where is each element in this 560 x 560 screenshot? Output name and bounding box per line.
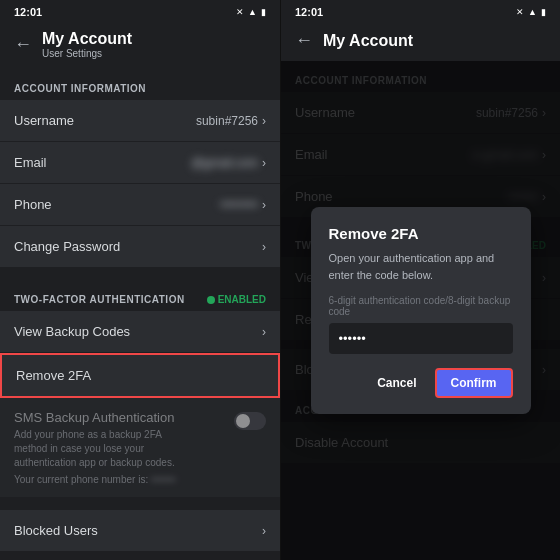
enabled-text-left: ENABLED: [218, 294, 266, 305]
username-value-left: subin#7256 ›: [196, 114, 266, 128]
sms-phone-left: Your current phone number is: •••••••: [14, 474, 194, 485]
remove-2fa-label-left: Remove 2FA: [16, 368, 91, 383]
sms-item-left: SMS Backup Authentication Add your phone…: [0, 398, 280, 498]
twofa-section-left: TWO-FACTOR AUTHENTICATION ENABLED: [0, 280, 280, 311]
status-time-left: 12:01: [14, 6, 42, 18]
view-backup-codes-left[interactable]: View Backup Codes ›: [0, 311, 280, 353]
phone-value-left: ••••••••• ›: [220, 198, 266, 212]
username-label-left: Username: [14, 113, 74, 128]
email-value-left: @gmail.com ›: [191, 156, 266, 170]
page-title-right: My Account: [323, 32, 413, 50]
status-bar-right: 12:01 ✕ ▲ ▮: [281, 0, 560, 22]
content-right: ACCOUNT INFORMATION Username subin#7256 …: [281, 61, 560, 560]
header-right: ← My Account: [281, 22, 560, 61]
wifi-icon-right: ▲: [528, 7, 537, 17]
back-button-left[interactable]: ←: [14, 34, 32, 55]
right-phone-panel: 12:01 ✕ ▲ ▮ ← My Account ACCOUNT INFORMA…: [280, 0, 560, 560]
username-text-left: subin#7256: [196, 114, 258, 128]
email-text-left: @gmail.com: [191, 156, 258, 170]
view-backup-label-left: View Backup Codes: [14, 324, 130, 339]
blocked-users-label-left: Blocked Users: [14, 523, 98, 538]
change-password-chevron-left: ›: [262, 240, 266, 254]
phone-text-left: •••••••••: [220, 198, 258, 212]
email-item-left[interactable]: Email @gmail.com ›: [0, 142, 280, 184]
view-backup-chevron-left: ›: [262, 325, 266, 339]
wifi-icon: ▲: [248, 7, 257, 17]
header-left: ← My Account User Settings: [0, 22, 280, 69]
sms-toggle-knob-left: [236, 414, 250, 428]
blocked-users-left[interactable]: Blocked Users ›: [0, 510, 280, 552]
dialog-buttons: Cancel Confirm: [329, 368, 513, 398]
sms-toggle-left[interactable]: [234, 412, 266, 430]
phone-item-left[interactable]: Phone ••••••••• ›: [0, 184, 280, 226]
username-item-left[interactable]: Username subin#7256 ›: [0, 100, 280, 142]
sms-text-block-left: SMS Backup Authentication Add your phone…: [14, 410, 194, 485]
twofa-label-left: TWO-FACTOR AUTHENTICATION: [14, 294, 185, 305]
back-button-right[interactable]: ←: [295, 30, 313, 51]
status-icons-right: ✕ ▲ ▮: [516, 7, 546, 17]
dialog-title: Remove 2FA: [329, 225, 513, 242]
confirm-button[interactable]: Confirm: [435, 368, 513, 398]
battery-icon-right: ▮: [541, 7, 546, 17]
battery-icon: ▮: [261, 7, 266, 17]
email-label-left: Email: [14, 155, 47, 170]
change-password-value-left: ›: [262, 240, 266, 254]
username-chevron-left: ›: [262, 114, 266, 128]
gap1-left: [0, 268, 280, 280]
change-password-item-left[interactable]: Change Password ›: [0, 226, 280, 268]
email-chevron-left: ›: [262, 156, 266, 170]
dialog-overlay: Remove 2FA Open your authentication app …: [281, 61, 560, 560]
page-title-left: My Account: [42, 30, 132, 48]
dialog-description: Open your authentication app and enter t…: [329, 250, 513, 283]
dialog-input-hint: 6-digit authentication code/8-digit back…: [329, 295, 513, 317]
enabled-dot-left: [207, 296, 215, 304]
sms-title-left: SMS Backup Authentication: [14, 410, 194, 425]
header-text-left: My Account User Settings: [42, 30, 132, 59]
sms-phone-number-left: •••••••: [151, 474, 176, 485]
signal-icon: ✕: [236, 7, 244, 17]
gap3-left: [0, 552, 280, 560]
remove-2fa-dialog: Remove 2FA Open your authentication app …: [311, 207, 531, 414]
left-phone-panel: 12:01 ✕ ▲ ▮ ← My Account User Settings A…: [0, 0, 280, 560]
content-left: ACCOUNT INFORMATION Username subin#7256 …: [0, 69, 280, 560]
status-bar-left: 12:01 ✕ ▲ ▮: [0, 0, 280, 22]
dialog-code-input[interactable]: [329, 323, 513, 354]
account-info-header-left: ACCOUNT INFORMATION: [0, 69, 280, 100]
page-subtitle-left: User Settings: [42, 48, 132, 59]
phone-chevron-left: ›: [262, 198, 266, 212]
change-password-label-left: Change Password: [14, 239, 120, 254]
status-time-right: 12:01: [295, 6, 323, 18]
blocked-users-chevron-left: ›: [262, 524, 266, 538]
remove-2fa-button-left[interactable]: Remove 2FA: [0, 353, 280, 398]
signal-icon-right: ✕: [516, 7, 524, 17]
enabled-badge-left: ENABLED: [207, 294, 266, 305]
status-icons-left: ✕ ▲ ▮: [236, 7, 266, 17]
phone-label-left: Phone: [14, 197, 52, 212]
gap2-left: [0, 498, 280, 510]
header-text-right: My Account: [323, 32, 413, 50]
sms-desc-left: Add your phone as a backup 2FA method in…: [14, 428, 194, 470]
cancel-button[interactable]: Cancel: [367, 368, 426, 398]
